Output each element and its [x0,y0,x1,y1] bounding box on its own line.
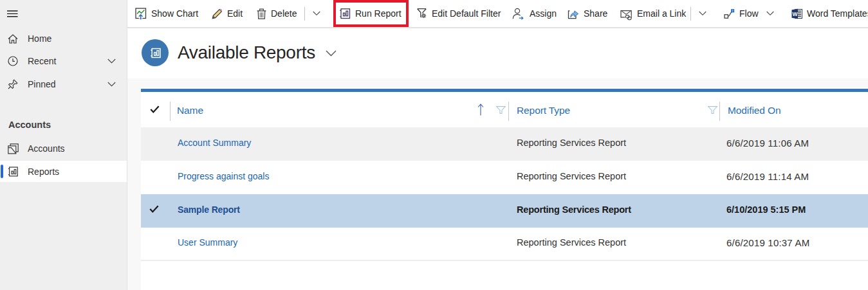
svg-text:W: W [793,10,799,17]
